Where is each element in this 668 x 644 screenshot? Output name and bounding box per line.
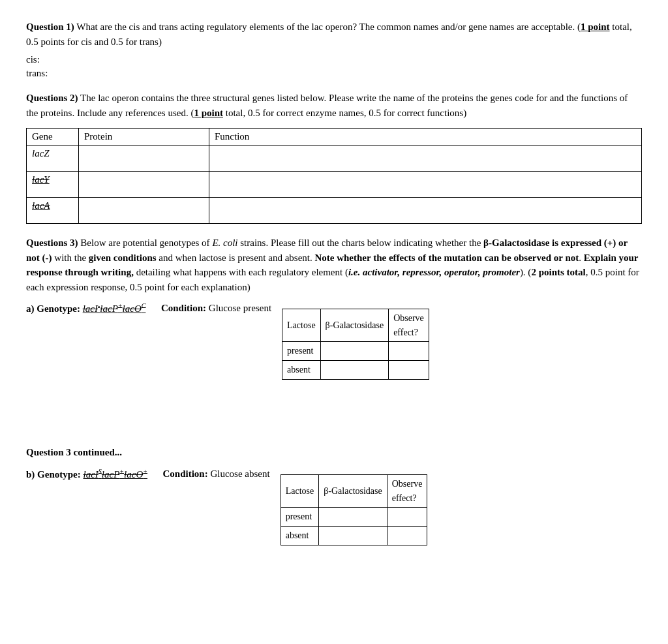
genotype-a-label: a) Genotype: lacI-lacP+lacOC	[26, 301, 145, 316]
table-a-container: Lactose β-Galactosidase Observeeffect? p…	[282, 301, 429, 388]
condition-b-label: Condition: Glucose absent	[158, 467, 270, 482]
cis-line: cis:	[26, 54, 642, 65]
q1-text: What are the cis and trans acting regula…	[74, 22, 581, 32]
table-b-col2-header: β-Galactosidase	[319, 475, 387, 508]
table-a: Lactose β-Galactosidase Observeeffect? p…	[282, 309, 429, 380]
q2-label: Questions 2)	[26, 93, 78, 103]
genotype-b-prefix: b) Genotype:	[26, 469, 84, 480]
function-lacy	[209, 172, 642, 198]
condition-b-text: Condition:	[163, 468, 208, 479]
table-row: present	[282, 342, 429, 361]
table-a-header: Lactose β-Galactosidase Observeeffect?	[282, 309, 429, 342]
table-b-present-observe	[387, 508, 427, 527]
q3-points-bold: 2 points total	[531, 267, 585, 277]
table-a-absent-beta	[320, 361, 389, 380]
table-a-absent: absent	[282, 361, 321, 380]
table-b-header: Lactose β-Galactosidase Observeeffect?	[281, 475, 427, 508]
table-a-col3-header: Observeeffect?	[389, 309, 429, 342]
table-row: absent	[281, 527, 427, 545]
genotype-b-laci: lacISlacP+lacO+	[84, 469, 148, 480]
protein-laca	[79, 198, 209, 224]
table-a-col1-header: Lactose	[282, 309, 321, 342]
genotype-a-prefix: a) Genotype:	[26, 303, 83, 314]
table-header-row: Gene Protein Function	[27, 129, 642, 146]
table-a-present-beta	[320, 342, 389, 361]
table-row: present	[281, 508, 427, 527]
q3-text-mid5: detailing what happens with each regulat…	[134, 267, 348, 277]
q3-text-mid3: and when lactose is present and absent.	[157, 253, 315, 263]
q2-points-underline: 1 point	[194, 108, 223, 118]
gene-lacz: lacZ	[27, 146, 79, 172]
q3-text-mid2: with the	[52, 253, 89, 263]
q3-text-mid: strains. Please fill out the charts belo…	[238, 238, 484, 248]
table-a-present: present	[282, 342, 321, 361]
q3-text-intro: Below are potential genotypes of	[78, 238, 213, 248]
table-b-present: present	[281, 508, 319, 527]
protein-lacy	[79, 172, 209, 198]
function-lacz	[209, 146, 642, 172]
protein-lacz	[79, 146, 209, 172]
genotype-a-laci: lacI-lacP+lacOC	[83, 303, 146, 314]
table-row: lacZ	[27, 146, 642, 172]
table-b-col1-header: Lactose	[281, 475, 319, 508]
table-a-col2-header: β-Galactosidase	[320, 309, 389, 342]
question-1-text: Question 1) What are the cis and trans a…	[26, 20, 642, 49]
table-b-col3-header: Observeeffect?	[387, 475, 427, 508]
writing-space-a	[26, 394, 642, 433]
question-2-text: Questions 2) The lac operon contains the…	[26, 91, 642, 120]
table-b-absent-beta	[319, 527, 387, 545]
table-a-absent-observe	[389, 361, 429, 380]
q3-ecoli: E. coli	[212, 238, 237, 248]
trans-line: trans:	[26, 68, 642, 79]
header-protein: Protein	[79, 129, 209, 146]
table-row: lacA	[27, 198, 642, 224]
genotype-b-row: b) Genotype: lacISlacP+lacO+ Condition: …	[26, 467, 642, 553]
table-b-present-beta	[319, 508, 387, 527]
q3-given: given conditions	[89, 253, 157, 263]
table-b-absent: absent	[281, 527, 319, 545]
genotype-a-row: a) Genotype: lacI-lacP+lacOC Condition: …	[26, 301, 642, 388]
q3-note: Note whether the effects of the mutation…	[314, 253, 579, 263]
q2-points-rest: total, 0.5 for correct enzyme names, 0.5…	[223, 108, 466, 118]
table-row: lacY	[27, 172, 642, 198]
table-b-absent-observe	[387, 527, 427, 545]
q3-continued: Question 3 continued...	[26, 445, 642, 460]
q1-label: Question 1)	[26, 22, 74, 32]
question-3-block: Questions 3) Below are potential genotyp…	[26, 236, 642, 553]
condition-a-label: Condition: Glucose present	[156, 301, 271, 316]
table-b-container: Lactose β-Galactosidase Observeeffect? p…	[281, 467, 428, 553]
q3-text-mid4: .	[579, 253, 584, 263]
table-b: Lactose β-Galactosidase Observeeffect? p…	[281, 474, 428, 545]
table-row: absent	[282, 361, 429, 380]
q3-text-mid6: ). (	[520, 267, 532, 277]
gene-table: Gene Protein Function lacZ lacY lacA	[26, 128, 642, 224]
table-a-present-observe	[389, 342, 429, 361]
q3-label: Questions 3)	[26, 238, 78, 248]
genotype-b-label: b) Genotype: lacISlacP+lacO+	[26, 467, 147, 482]
header-function: Function	[209, 129, 642, 146]
header-gene: Gene	[27, 129, 79, 146]
gene-lacy: lacY	[27, 172, 79, 198]
question-3-text: Questions 3) Below are potential genotyp…	[26, 236, 642, 294]
question-1-block: Question 1) What are the cis and trans a…	[26, 20, 642, 79]
trans-label: trans:	[26, 68, 48, 78]
gene-laca: lacA	[27, 198, 79, 224]
q3-ie: i.e. activator, repressor, operator, pro…	[348, 267, 520, 277]
question-2-block: Questions 2) The lac operon contains the…	[26, 91, 642, 224]
function-laca	[209, 198, 642, 224]
q1-points-underline: 1 point	[581, 22, 610, 32]
cis-label: cis:	[26, 54, 40, 65]
condition-a-text: Condition:	[161, 303, 206, 313]
